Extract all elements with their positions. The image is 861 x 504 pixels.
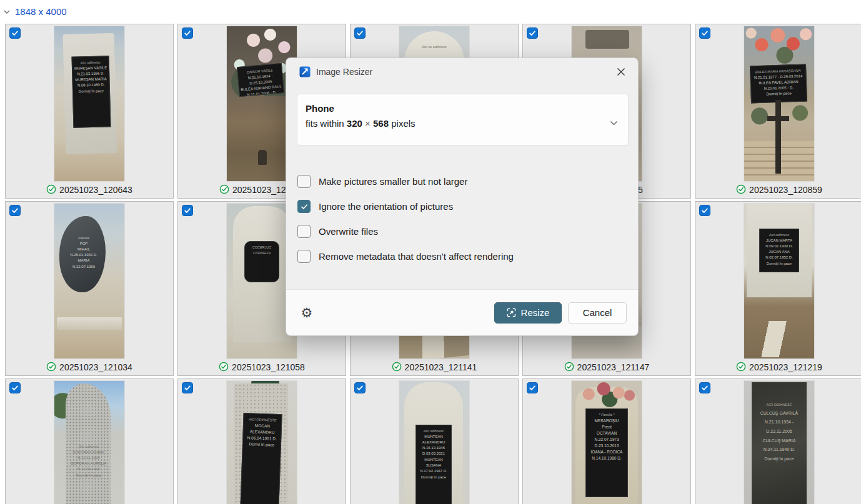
dialog-title: Image Resizer bbox=[316, 67, 372, 77]
file-tile[interactable]: Aici odihnescMUREŞAN VASILEN.21.03.1956 … bbox=[5, 24, 174, 199]
file-name: 20251023_120643 bbox=[59, 185, 132, 195]
thumbnail-image: AICI ODIHNEŞTEMOCAN ALEXANDRUN.06.04.195… bbox=[227, 381, 297, 504]
chevron-down-icon[interactable] bbox=[3, 8, 11, 16]
close-icon bbox=[617, 67, 625, 76]
file-name: 20251023_120859 bbox=[749, 185, 822, 195]
plaque-text: Aici odihnescMUREŞAN VASILEN.21.03.1956 … bbox=[72, 56, 111, 128]
item-checkbox[interactable] bbox=[182, 205, 193, 216]
plaque-text: * Familia *MESAROŞIUPreotOCTAVIANN.22.07… bbox=[585, 408, 628, 497]
option-ignore-orientation: Ignore the orientation of pictures bbox=[297, 199, 514, 214]
file-name-row: 20251023_121147 bbox=[523, 360, 690, 375]
chevron-down-icon bbox=[610, 117, 618, 127]
file-tile[interactable]: Aici odihnescSOPORAN AURELN.12.11.1934SO… bbox=[5, 378, 174, 504]
options-list: Make pictures smaller but not larger Ign… bbox=[297, 174, 514, 264]
item-checkbox[interactable] bbox=[354, 27, 366, 39]
option-remove-metadata: Remove metadata that doesn't affect rend… bbox=[297, 249, 514, 264]
thumbnail-image: BULEA MARIA PARASCHIVAN.21.01.1977 - D.2… bbox=[744, 26, 814, 181]
file-name: 20251023_12 bbox=[232, 185, 286, 195]
file-name-row: 20251023_121058 bbox=[178, 360, 346, 375]
item-checkbox[interactable] bbox=[182, 27, 193, 39]
thumbnail-image: Aici odihnescSOPORAN AURELN.12.11.1934SO… bbox=[54, 381, 124, 504]
option-overwrite-files: Overwrite files bbox=[297, 224, 514, 239]
file-tile[interactable]: Aici odihnescMUNTEAN ALEXANDRUN.16.10.19… bbox=[350, 378, 519, 504]
resize-button[interactable]: Resize bbox=[494, 302, 562, 324]
option-checkbox[interactable] bbox=[297, 200, 311, 213]
option-checkbox[interactable] bbox=[297, 225, 311, 238]
thumbnail-image: AICI ODIHNESCCULCUŞ GAVRILĂN.21.10.1934 … bbox=[744, 381, 814, 504]
close-button[interactable] bbox=[612, 62, 630, 81]
option-make-smaller: Make pictures smaller but not larger bbox=[297, 174, 514, 189]
item-checkbox[interactable] bbox=[699, 382, 710, 393]
option-label: Overwrite files bbox=[319, 226, 378, 237]
file-name-row: 20251023_121219 bbox=[695, 360, 861, 375]
file-tile[interactable]: Aici odihnescJUCAN MARTAN.09.02.1930 D.J… bbox=[695, 201, 861, 376]
item-checkbox[interactable] bbox=[699, 205, 710, 216]
flowers-graphic bbox=[577, 381, 637, 407]
plaque-text: FamiliaPOPMIHAILN.25.01.1949 D.MARIAN.22… bbox=[67, 232, 101, 271]
item-checkbox[interactable] bbox=[354, 382, 366, 393]
file-name: 20251023_121058 bbox=[232, 362, 305, 372]
plaque-text: Aici odihnescJUCAN MARTAN.09.02.1930 D.J… bbox=[759, 229, 799, 272]
synced-check-icon bbox=[736, 184, 746, 196]
dialog-title-bar: Image Resizer bbox=[286, 58, 638, 87]
thumbnail-image: Aici odihnescMUREŞAN VASILEN.21.03.1956 … bbox=[54, 26, 124, 181]
synced-check-icon bbox=[219, 184, 229, 196]
item-checkbox[interactable] bbox=[527, 27, 538, 39]
file-tile[interactable]: FamiliaPOPMIHAILN.25.01.1949 D.MARIAN.22… bbox=[5, 201, 174, 376]
file-tile[interactable]: AICI ODIHNESCCULCUŞ GAVRILĂN.21.10.1934 … bbox=[695, 378, 861, 504]
plaque-text: COCERJUC CORNELIA bbox=[244, 241, 279, 282]
file-name: 20251023_121219 bbox=[749, 362, 822, 372]
file-tile[interactable]: AICI ODIHNEŞTEMOCAN ALEXANDRUN.06.04.195… bbox=[177, 378, 346, 504]
plaque-text: AICI ODIHNEŞTEMOCAN ALEXANDRUN.06.04.195… bbox=[240, 413, 282, 504]
group-header-label: 1848 x 4000 bbox=[15, 6, 67, 17]
group-header[interactable]: 1848 x 4000 bbox=[3, 6, 67, 17]
preset-description: fits within 320 × 568 pixels bbox=[306, 118, 603, 129]
synced-check-icon bbox=[46, 362, 56, 373]
file-name-row: 20251023_121034 bbox=[6, 360, 173, 375]
size-preset-dropdown[interactable]: Phone fits within 320 × 568 pixels bbox=[297, 94, 629, 146]
synced-check-icon bbox=[46, 184, 56, 196]
file-tile[interactable]: * Familia *MESAROŞIUPreotOCTAVIANN.22.07… bbox=[522, 378, 691, 504]
file-tile[interactable]: BULEA MARIA PARASCHIVAN.21.01.1977 - D.2… bbox=[695, 24, 861, 199]
plaque-text: Aici odihnescSOPORAN AURELN.12.11.1934SO… bbox=[69, 441, 108, 480]
plaque-text: BULEA MARIA PARASCHIVAN.21.01.1977 - D.2… bbox=[750, 64, 807, 103]
dialog-footer: ⚙ Resize Cancel bbox=[286, 290, 638, 335]
file-name: 20251023_121147 bbox=[577, 362, 650, 372]
cross-graphic bbox=[775, 100, 781, 174]
file-name-row: 20251023_120859 bbox=[695, 182, 861, 197]
thumbnail-image: * Familia *MESAROŞIUPreotOCTAVIANN.22.07… bbox=[572, 381, 642, 504]
image-resizer-dialog: Image Resizer Phone fits within 320 × 56… bbox=[286, 57, 639, 336]
item-checkbox[interactable] bbox=[9, 382, 21, 393]
option-label: Make pictures smaller but not larger bbox=[319, 176, 467, 187]
item-checkbox[interactable] bbox=[527, 382, 538, 393]
option-label: Remove metadata that doesn't affect rend… bbox=[319, 251, 514, 262]
plaque-text: ONISOR VASILEN.25.10.1924 - D.25.10.2005… bbox=[237, 63, 284, 97]
thumbnail-image: Aici odihnescJUCAN MARTAN.09.02.1930 D.J… bbox=[744, 204, 814, 358]
option-label: Ignore the orientation of pictures bbox=[319, 201, 453, 212]
synced-check-icon bbox=[736, 362, 746, 373]
synced-check-icon bbox=[392, 362, 402, 373]
preset-name: Phone bbox=[306, 103, 603, 114]
image-resizer-icon bbox=[299, 66, 311, 77]
synced-check-icon bbox=[219, 362, 229, 373]
item-checkbox[interactable] bbox=[699, 27, 710, 39]
plaque-text: AICI ODIHNESCCULCUŞ GAVRILĂN.21.10.1934 … bbox=[753, 398, 805, 465]
resize-icon bbox=[507, 308, 516, 317]
thumbnail-image: Aici odihnescMUNTEAN ALEXANDRUN.16.10.19… bbox=[399, 381, 469, 504]
gear-icon: ⚙ bbox=[301, 305, 313, 320]
item-checkbox[interactable] bbox=[9, 27, 21, 39]
file-name: 5 bbox=[638, 185, 643, 195]
settings-button[interactable]: ⚙ bbox=[297, 304, 316, 322]
thumbnail-image: FamiliaPOPMIHAILN.25.01.1949 D.MARIAN.22… bbox=[54, 204, 124, 358]
preset-width: 320 bbox=[347, 118, 362, 129]
file-name-row: 20251023_121141 bbox=[351, 360, 518, 375]
item-checkbox[interactable] bbox=[9, 205, 21, 216]
file-name: 20251023_121141 bbox=[405, 362, 477, 372]
gravestone-graphic bbox=[585, 30, 629, 49]
option-checkbox[interactable] bbox=[297, 250, 311, 263]
item-checkbox[interactable] bbox=[182, 382, 193, 393]
file-name-row: 20251023_120643 bbox=[6, 182, 173, 197]
file-name: 20251023_121034 bbox=[59, 362, 132, 372]
option-checkbox[interactable] bbox=[297, 175, 311, 188]
cancel-button[interactable]: Cancel bbox=[568, 302, 627, 324]
